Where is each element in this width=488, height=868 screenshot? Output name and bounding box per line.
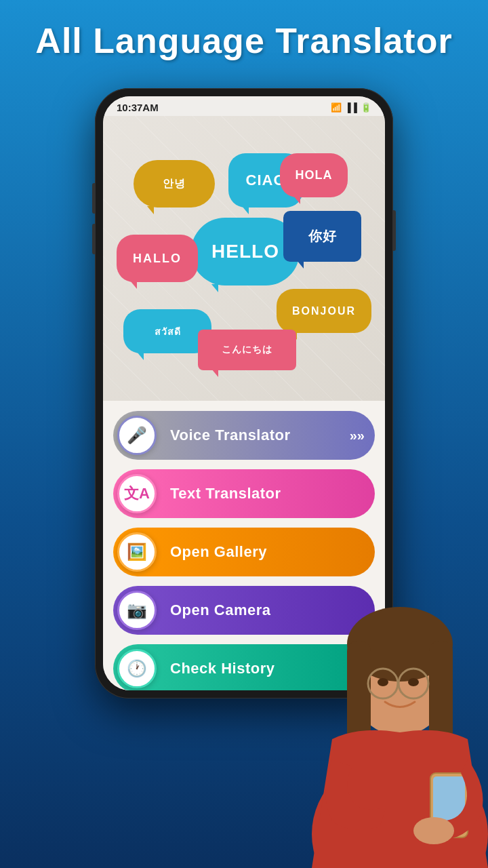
history-icon: 🕐	[127, 659, 147, 678]
signal-icon: ▐▐	[345, 102, 357, 113]
voice-translator-button[interactable]: 🎤 Voice Translator »»	[113, 411, 375, 460]
bubble-annyeong: 안녕	[134, 160, 215, 208]
wifi-icon: 📶	[331, 102, 342, 113]
arrow-icon: »»	[350, 428, 375, 443]
volume-down-button	[92, 224, 95, 254]
gallery-icon: 🖼️	[127, 542, 147, 561]
voice-icon-circle: 🎤	[117, 416, 157, 455]
page-title: All Language Translator	[0, 0, 488, 71]
power-button	[393, 210, 396, 251]
svg-point-14	[413, 817, 454, 844]
camera-icon: 📷	[127, 601, 147, 620]
bubbles-area: HELLO CIAO 안녕 HOLA 你好 HALLO	[103, 116, 385, 401]
status-time: 10:37AM	[117, 102, 159, 113]
bubble-bonjour: BONJOUR	[277, 289, 371, 333]
person-svg	[298, 509, 488, 868]
volume-up-button	[92, 183, 95, 214]
history-icon-circle: 🕐	[117, 649, 157, 688]
svg-point-10	[408, 678, 419, 686]
bubble-konnichiwa: こんにちは	[198, 330, 296, 370]
status-bar: 10:37AM 📶 ▐▐ 🔋	[103, 96, 385, 116]
header: All Language Translator	[0, 0, 488, 71]
camera-icon-circle: 📷	[117, 591, 157, 630]
translate-icon: 文A	[124, 484, 150, 504]
microphone-icon: 🎤	[127, 426, 147, 445]
text-button-label: Text Translator	[157, 485, 375, 502]
status-icons: 📶 ▐▐ 🔋	[331, 102, 371, 113]
text-icon-circle: 文A	[117, 474, 157, 513]
gallery-icon-circle: 🖼️	[117, 532, 157, 572]
bubble-hola: HOLA	[280, 153, 348, 197]
battery-icon: 🔋	[361, 102, 371, 113]
bubble-nihao: 你好	[283, 211, 361, 262]
person-overlay	[298, 509, 488, 868]
voice-button-label: Voice Translator	[157, 427, 350, 444]
svg-point-9	[378, 678, 388, 686]
bubble-hallo: HALLO	[117, 235, 198, 282]
